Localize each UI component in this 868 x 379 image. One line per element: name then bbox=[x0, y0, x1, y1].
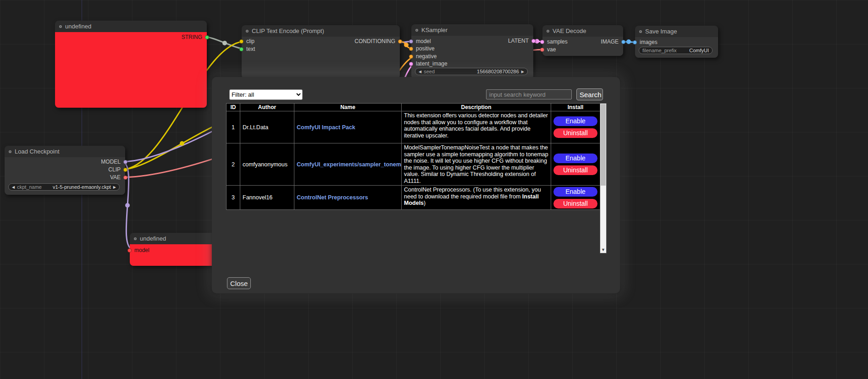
input-port-samples[interactable] bbox=[540, 40, 544, 44]
extension-link[interactable]: ControlNet Preprocessors bbox=[297, 194, 368, 201]
cell-description: This extension offers various detector n… bbox=[402, 111, 551, 143]
node-ksampler[interactable]: KSampler model positive negative latent_… bbox=[411, 24, 533, 79]
node-title-bar[interactable]: KSampler bbox=[411, 24, 533, 36]
uninstall-button[interactable]: Uninstall bbox=[553, 165, 597, 175]
decrement-arrow-icon[interactable]: ◀ bbox=[419, 70, 421, 74]
seed-widget[interactable]: ◀ seed 156680208700286 ▶ bbox=[415, 68, 528, 75]
input-port-positive[interactable] bbox=[409, 47, 413, 51]
output-port-latent[interactable] bbox=[531, 39, 536, 43]
col-header-install: Install bbox=[551, 104, 600, 111]
cell-author: Fannovel16 bbox=[240, 186, 294, 210]
input-port-model[interactable] bbox=[127, 248, 132, 253]
link-midpoint-dot[interactable] bbox=[125, 203, 130, 208]
node-collapse-dot[interactable] bbox=[415, 29, 418, 32]
uninstall-button[interactable]: Uninstall bbox=[553, 199, 597, 209]
output-port-string[interactable] bbox=[205, 35, 209, 39]
node-title: KSampler bbox=[421, 27, 448, 33]
slot-label-model: model bbox=[134, 247, 149, 253]
node-load-checkpoint[interactable]: Load Checkpoint MODEL CLIP VAE ◀ ckpt_na… bbox=[5, 146, 125, 195]
search-button[interactable]: Search bbox=[576, 88, 603, 100]
node-body: samples vae IMAGE bbox=[542, 37, 623, 56]
enable-button[interactable]: Enable bbox=[553, 116, 597, 126]
node-title-bar[interactable]: Save Image bbox=[635, 26, 718, 37]
slot-label-samples: samples bbox=[547, 38, 568, 45]
node-title-bar[interactable]: undefined bbox=[130, 233, 217, 244]
link-midpoint-dot[interactable] bbox=[626, 39, 631, 44]
node-undefined-top[interactable]: undefined STRING bbox=[55, 21, 207, 108]
node-title-bar[interactable]: CLIP Text Encode (Prompt) bbox=[242, 25, 400, 37]
enable-button[interactable]: Enable bbox=[553, 154, 597, 163]
node-body: clip text CONDITIONING bbox=[242, 37, 400, 79]
widget-label: ckpt_name bbox=[17, 184, 42, 190]
node-collapse-dot[interactable] bbox=[547, 30, 549, 33]
enable-button[interactable]: Enable bbox=[553, 187, 597, 197]
output-port-conditioning[interactable] bbox=[398, 39, 402, 44]
input-port-latent-image[interactable] bbox=[409, 62, 413, 66]
input-port-model[interactable] bbox=[409, 39, 413, 44]
output-port-image[interactable] bbox=[621, 40, 625, 44]
node-collapse-dot[interactable] bbox=[134, 237, 137, 240]
col-header-author: Author bbox=[240, 104, 294, 111]
scrollbar-thumb[interactable] bbox=[601, 104, 606, 186]
node-collapse-dot[interactable] bbox=[9, 150, 11, 153]
increment-arrow-icon[interactable]: ▶ bbox=[521, 70, 524, 74]
cell-id: 2 bbox=[227, 143, 240, 186]
filter-select[interactable]: Filter: all bbox=[229, 89, 303, 100]
table-header-row: ID Author Name Description Install bbox=[227, 104, 600, 111]
output-port-vae[interactable] bbox=[123, 176, 127, 180]
cell-id: 3 bbox=[227, 186, 240, 210]
col-header-description: Description bbox=[402, 104, 551, 111]
output-port-clip[interactable] bbox=[123, 168, 127, 172]
search-input[interactable] bbox=[486, 89, 572, 99]
scroll-down-arrow-icon[interactable]: ▼ bbox=[600, 246, 606, 253]
input-port-clip[interactable] bbox=[239, 39, 243, 44]
node-title: undefined bbox=[140, 235, 166, 242]
node-collapse-dot[interactable] bbox=[246, 30, 249, 33]
table-row: 3 Fannovel16 ControlNet Preprocessors Co… bbox=[227, 186, 600, 210]
output-port-model[interactable] bbox=[123, 160, 127, 164]
ckpt-name-widget[interactable]: ◀ ckpt_name v1-5-pruned-emaonly.ckpt ▶ bbox=[8, 183, 120, 191]
extension-table: ID Author Name Description Install 1 Dr.… bbox=[226, 103, 600, 210]
node-undefined-bottom[interactable]: undefined model bbox=[130, 233, 217, 266]
link-midpoint-dot[interactable] bbox=[180, 141, 184, 146]
extension-link[interactable]: ComfyUI_experiments/sampler_tonemap bbox=[297, 161, 402, 168]
slot-label-clip: clip bbox=[246, 38, 254, 44]
input-port-images[interactable] bbox=[633, 40, 637, 44]
col-header-name: Name bbox=[294, 104, 402, 111]
slot-label-conditioning: CONDITIONING bbox=[354, 38, 395, 44]
slot-label-text: text bbox=[246, 46, 255, 52]
close-button[interactable]: Close bbox=[227, 277, 251, 289]
link-midpoint-dot[interactable] bbox=[222, 41, 227, 45]
filename-prefix-widget[interactable]: filename_prefix ComfyUI bbox=[639, 47, 713, 54]
node-body: STRING bbox=[55, 32, 207, 108]
table-row: 1 Dr.Lt.Data ComfyUI Impact Pack This ex… bbox=[227, 111, 600, 143]
node-clip-text-encode[interactable]: CLIP Text Encode (Prompt) clip text COND… bbox=[242, 25, 400, 79]
node-title-bar[interactable]: Load Checkpoint bbox=[5, 146, 125, 157]
slot-label-vae: vae bbox=[547, 46, 556, 53]
slot-label-latent-image: latent_image bbox=[416, 60, 448, 67]
cell-author: comfyanonymous bbox=[240, 143, 294, 186]
node-title-bar[interactable]: undefined bbox=[55, 21, 207, 32]
increment-arrow-icon[interactable]: ▶ bbox=[113, 185, 116, 189]
node-vae-decode[interactable]: VAE Decode samples vae IMAGE bbox=[542, 25, 623, 56]
node-title-bar[interactable]: VAE Decode bbox=[542, 25, 623, 37]
extension-link[interactable]: ComfyUI Impact Pack bbox=[297, 124, 355, 131]
cell-author: Dr.Lt.Data bbox=[240, 111, 294, 143]
decrement-arrow-icon[interactable]: ◀ bbox=[12, 185, 15, 189]
table-scrollbar[interactable]: ▼ bbox=[600, 103, 607, 253]
slot-label-images: images bbox=[640, 39, 658, 45]
node-collapse-dot[interactable] bbox=[639, 30, 642, 33]
uninstall-button[interactable]: Uninstall bbox=[553, 128, 597, 138]
input-port-vae[interactable] bbox=[540, 48, 544, 52]
slot-label-image: IMAGE bbox=[601, 38, 619, 45]
link-midpoint-dot[interactable] bbox=[404, 43, 409, 47]
input-port-text[interactable] bbox=[239, 47, 243, 51]
widget-label: seed bbox=[424, 69, 435, 74]
node-save-image[interactable]: Save Image images filename_prefix ComfyU… bbox=[635, 26, 718, 58]
node-collapse-dot[interactable] bbox=[59, 25, 62, 28]
input-port-negative[interactable] bbox=[409, 55, 413, 59]
node-title: VAE Decode bbox=[553, 27, 586, 34]
slot-label-latent: LATENT bbox=[508, 38, 529, 44]
node-body: model bbox=[130, 244, 217, 266]
slot-label-negative: negative bbox=[416, 53, 437, 60]
